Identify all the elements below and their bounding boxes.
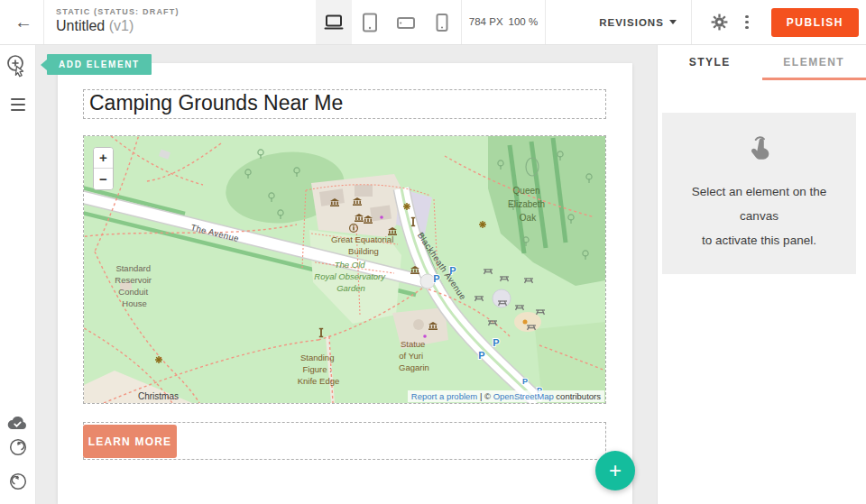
svg-text:P: P (493, 337, 499, 348)
undo-icon (9, 438, 27, 456)
document-title-block: STATIC (STATUS: DRAFT) Untitled (v1) (56, 7, 180, 34)
add-element-button[interactable] (5, 54, 30, 84)
mobile-icon (431, 13, 453, 32)
version-text: (v1) (109, 18, 134, 33)
christmas-label: Christmas (138, 391, 179, 401)
openstreetmap-link[interactable]: OpenStreetMap (493, 391, 554, 401)
title-text: Untitled (56, 18, 105, 33)
heading-element[interactable]: Camping Grounds Near Me (83, 89, 606, 119)
add-section-fab[interactable]: + (595, 451, 635, 490)
left-toolbar-rail (0, 45, 36, 504)
map-zoom-control: + − (93, 147, 114, 190)
list-icon (11, 98, 25, 100)
attribution-separator: | © (477, 391, 493, 401)
page-canvas[interactable]: Camping Grounds Near Me + − Report a pro… (58, 63, 632, 504)
divider (545, 0, 546, 44)
device-tablet-button[interactable] (352, 0, 388, 44)
map-attribution: Report a problem | © OpenStreetMap contr… (408, 390, 604, 402)
redo-icon (9, 472, 27, 490)
width-value: 784 PX (469, 16, 503, 27)
panel-tab-bar: STYLE ELEMENT (658, 45, 866, 79)
laptop-icon (323, 14, 345, 32)
openstreetmap-canvas[interactable]: P P P P P P The Avenue Blackheath Avenue… (84, 136, 605, 403)
plus-circle-pointer-icon (5, 54, 30, 81)
gear-icon (711, 14, 728, 31)
map-zoom-in-button[interactable]: + (94, 148, 113, 169)
device-laptop-button[interactable] (316, 0, 352, 44)
revisions-label: REVISIONS (599, 17, 664, 28)
divider (691, 0, 692, 44)
sections-button[interactable] (11, 98, 25, 111)
tablet-icon (359, 13, 381, 32)
svg-text:P: P (522, 377, 528, 386)
device-mobile-button[interactable] (424, 0, 460, 44)
tap-hand-icon (671, 133, 847, 167)
panel-empty-state: Select an element on the canvas to activ… (662, 113, 856, 274)
undo-button[interactable] (9, 438, 27, 459)
zoom-value: 100 % (509, 16, 539, 27)
top-toolbar: ← STATIC (STATUS: DRAFT) Untitled (v1) (0, 0, 866, 45)
tab-element[interactable]: ELEMENT (762, 45, 866, 79)
device-mobile-landscape-button[interactable] (388, 0, 424, 44)
button-row-element[interactable]: LEARN MORE (83, 422, 606, 460)
learn-more-button[interactable]: LEARN MORE (83, 425, 177, 458)
mobile-landscape-icon (395, 14, 417, 32)
properties-panel: STYLE ELEMENT Select an element on the c… (657, 45, 866, 504)
add-element-tooltip: ADD ELEMENT (47, 54, 152, 75)
save-status-button[interactable] (7, 415, 28, 433)
chevron-down-icon (669, 20, 677, 24)
svg-text:P: P (478, 350, 484, 361)
redo-button[interactable] (9, 472, 27, 493)
map-zoom-out-button[interactable]: − (94, 169, 113, 189)
settings-button[interactable] (706, 7, 733, 38)
publish-button[interactable]: PUBLISH (771, 8, 859, 37)
map-element[interactable]: + − Report a problem | © OpenStreetMap c… (83, 135, 606, 404)
panel-empty-message: Select an element on the canvas to activ… (671, 179, 847, 252)
device-preview-switcher (316, 0, 460, 44)
attribution-contributors: contributors (554, 391, 601, 401)
svg-text:P: P (433, 273, 439, 284)
toolbar-right-group: REVISIONS PUBLISH (599, 0, 859, 44)
report-problem-link[interactable]: Report a problem (411, 391, 477, 401)
kebab-icon (745, 15, 749, 30)
page-title: Untitled (v1) (56, 18, 180, 34)
knife-edge-label: Standing Figure : Knife Edge (298, 353, 339, 386)
cloud-check-icon (7, 415, 28, 430)
revisions-dropdown[interactable]: REVISIONS (599, 17, 677, 28)
tab-style[interactable]: STYLE (658, 45, 762, 79)
status-label: STATIC (STATUS: DRAFT) (56, 7, 180, 16)
canvas-dimensions: 784 PX100 % (462, 0, 545, 44)
more-options-button[interactable] (733, 7, 760, 38)
back-button[interactable]: ← (7, 0, 40, 44)
gagarin-label: Statue of Yuri Gagarin (399, 339, 429, 372)
divider (43, 0, 44, 44)
page-heading-text: Camping Grounds Near Me (89, 91, 605, 115)
